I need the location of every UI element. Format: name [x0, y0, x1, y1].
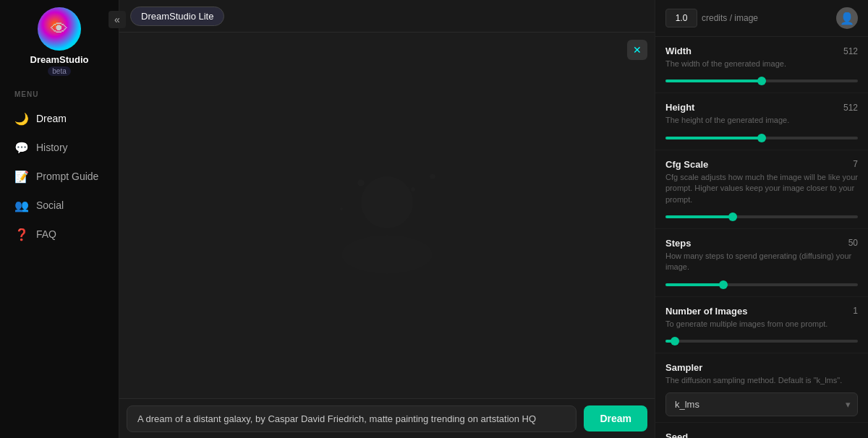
sampler-select[interactable]: k_lms k_euler k_euler_ancestral k_heun k…: [665, 392, 858, 416]
sidebar-item-social-label: Social: [36, 199, 64, 211]
credits-input[interactable]: [665, 9, 697, 27]
sidebar-item-prompt-guide-label: Prompt Guide: [36, 171, 98, 182]
app-logo: 👁: [38, 7, 81, 51]
svg-point-6: [430, 173, 435, 179]
cfg-scale-header: Cfg Scale 7: [665, 159, 858, 170]
sidebar: 👁 DreamStudio beta MENU 🌙 Dream 💬 Histor…: [0, 0, 119, 438]
prompt-bar: Dream: [119, 398, 655, 438]
height-label: Height: [665, 102, 694, 113]
app-name: DreamStudio: [30, 54, 89, 65]
num-images-label: Number of Images: [665, 306, 747, 317]
num-images-desc: To generate multiple images from one pro…: [665, 319, 858, 330]
num-images-value: 1: [853, 306, 858, 316]
num-images-header: Number of Images 1: [665, 306, 858, 317]
collapse-sidebar-button[interactable]: «: [109, 11, 126, 28]
top-bar: DreamStudio Lite: [119, 0, 655, 33]
width-label: Width: [665, 46, 692, 56]
generated-image: [119, 33, 655, 398]
svg-point-5: [340, 207, 343, 210]
logo-area: 👁 DreamStudio beta: [30, 7, 89, 76]
svg-point-3: [358, 180, 365, 186]
width-value: 512: [843, 46, 858, 56]
svg-point-4: [411, 187, 414, 191]
sidebar-item-dream[interactable]: 🌙 Dream: [0, 104, 119, 133]
sampler-setting: Sampler The diffusion sampling method. D…: [655, 353, 868, 422]
steps-slider-container[interactable]: [665, 279, 858, 291]
sampler-label: Sampler: [665, 362, 702, 373]
social-icon: 👥: [14, 198, 29, 212]
sampler-select-wrap: k_lms k_euler k_euler_ancestral k_heun k…: [665, 392, 858, 416]
menu-label: MENU: [14, 90, 38, 98]
clear-canvas-button[interactable]: ✕: [627, 40, 647, 60]
height-slider-thumb[interactable]: [757, 134, 766, 142]
height-slider-track: [665, 137, 858, 139]
steps-slider-thumb[interactable]: [719, 280, 728, 289]
credits-label: credits / image: [702, 13, 758, 23]
seed-header: Seed: [665, 431, 858, 438]
width-slider-track: [665, 80, 858, 82]
width-slider-fill: [665, 80, 762, 82]
dream-button[interactable]: Dream: [584, 405, 647, 431]
prompt-input[interactable]: [127, 405, 576, 432]
height-header: Height 512: [665, 102, 858, 113]
canvas-area: ✕: [119, 33, 655, 398]
steps-slider-fill: [665, 283, 723, 286]
num-images-setting: Number of Images 1 To generate multiple …: [655, 297, 868, 353]
cfg-scale-slider-container[interactable]: [665, 211, 858, 223]
steps-header: Steps 50: [665, 238, 858, 249]
steps-setting: Steps 50 How many steps to spend generat…: [655, 229, 868, 297]
cfg-scale-value: 7: [853, 159, 858, 169]
app-badge: beta: [48, 66, 70, 76]
seed-setting: Seed The seed used to generate your imag…: [655, 423, 868, 438]
sidebar-item-social[interactable]: 👥 Social: [0, 191, 119, 220]
credits-bar: credits / image 👤: [655, 0, 868, 37]
right-panel: credits / image 👤 Width 512 The width of…: [655, 0, 868, 438]
sidebar-item-prompt-guide[interactable]: 📝 Prompt Guide: [0, 162, 119, 191]
dream-icon: 🌙: [14, 111, 29, 126]
width-slider-container[interactable]: [665, 75, 858, 87]
app-title-badge: DreamStudio Lite: [130, 7, 224, 26]
main-area: DreamStudio Lite ✕ Dream: [119, 0, 655, 438]
height-desc: The height of the generated image.: [665, 115, 858, 126]
cfg-scale-slider-fill: [665, 215, 733, 218]
cfg-scale-desc: Cfg scale adjusts how much the image wil…: [665, 172, 858, 205]
svg-point-1: [361, 176, 413, 228]
clear-icon: ✕: [633, 44, 642, 56]
steps-slider-track: [665, 283, 858, 286]
height-slider-container[interactable]: [665, 132, 858, 144]
width-slider-thumb[interactable]: [757, 77, 766, 85]
width-setting: Width 512 The width of the generated ima…: [655, 37, 868, 93]
cfg-scale-slider-track: [665, 215, 858, 218]
width-header: Width 512: [665, 46, 858, 56]
avatar[interactable]: 👤: [836, 7, 858, 29]
sidebar-item-history-label: History: [36, 142, 68, 153]
height-setting: Height 512 The height of the generated i…: [655, 93, 868, 150]
steps-label: Steps: [665, 238, 691, 249]
cfg-scale-setting: Cfg Scale 7 Cfg scale adjusts how much t…: [655, 150, 868, 229]
sidebar-item-faq-label: FAQ: [36, 228, 56, 240]
cfg-scale-slider-thumb[interactable]: [728, 212, 737, 221]
faq-icon: ❓: [14, 227, 29, 241]
steps-value: 50: [848, 238, 858, 248]
height-value: 512: [843, 103, 858, 113]
credits-input-wrap: credits / image: [665, 9, 758, 27]
sampler-header: Sampler: [665, 362, 858, 373]
placeholder-image: [322, 150, 452, 280]
height-slider-fill: [665, 137, 762, 139]
num-images-slider-thumb[interactable]: [671, 337, 679, 345]
num-images-slider-track: [665, 340, 858, 343]
history-icon: 💬: [14, 140, 29, 155]
steps-desc: How many steps to spend generating (diff…: [665, 251, 858, 273]
svg-point-2: [341, 235, 433, 274]
width-desc: The width of the generated image.: [665, 59, 858, 69]
cfg-scale-label: Cfg Scale: [665, 159, 708, 170]
num-images-slider-container[interactable]: [665, 335, 858, 347]
sidebar-item-faq[interactable]: ❓ FAQ: [0, 220, 119, 249]
prompt-guide-icon: 📝: [14, 169, 29, 184]
sidebar-item-history[interactable]: 💬 History: [0, 133, 119, 162]
sampler-desc: The diffusion sampling method. Default i…: [665, 375, 858, 386]
sidebar-item-dream-label: Dream: [36, 113, 67, 124]
seed-label: Seed: [665, 431, 688, 438]
